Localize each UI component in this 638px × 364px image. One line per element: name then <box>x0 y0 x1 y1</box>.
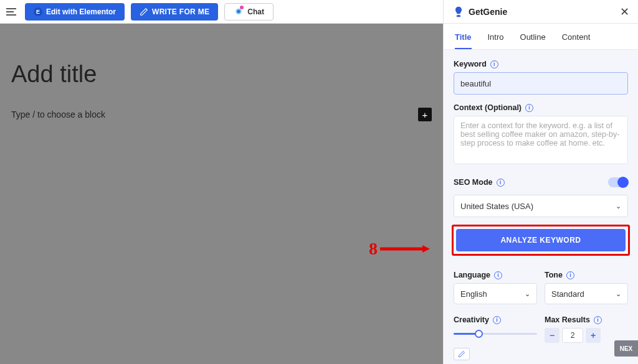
seo-mode-row: SEO Mode i <box>454 177 628 187</box>
stepper-value: 2 <box>562 328 583 343</box>
chevron-down-icon: ⌄ <box>616 202 621 210</box>
info-icon[interactable]: i <box>594 316 602 324</box>
panel-body: Keyword i Context (Optional) i SEO Mode … <box>444 50 638 364</box>
tabs: Title Intro Outline Content <box>444 24 638 50</box>
brand: GetGenie <box>452 6 507 18</box>
language-value: English <box>460 289 487 299</box>
edit-with-elementor-button[interactable]: E Edit with Elementor <box>25 3 125 21</box>
getgenie-logo-icon <box>452 6 465 18</box>
tab-title[interactable]: Title <box>455 32 472 49</box>
tab-content[interactable]: Content <box>562 32 591 49</box>
creativity-slider[interactable] <box>454 328 537 340</box>
tone-select[interactable]: Standard ⌄ <box>545 283 628 304</box>
stepper-increment[interactable]: + <box>586 328 601 343</box>
analyze-highlight: ANALYZE KEYWORD <box>452 225 630 256</box>
chat-button[interactable]: Chat <box>224 3 274 21</box>
info-icon[interactable]: i <box>494 271 502 279</box>
language-label: Language i <box>454 271 537 279</box>
info-icon[interactable]: i <box>525 104 533 112</box>
tone-value: Standard <box>551 289 584 299</box>
next-button[interactable]: NEX <box>614 340 638 357</box>
elementor-label: Edit with Elementor <box>46 7 116 16</box>
write-for-me-button[interactable]: WRITE FOR ME <box>131 3 218 21</box>
post-title-input[interactable] <box>11 61 432 88</box>
editor-area: + <box>0 24 443 364</box>
info-icon[interactable]: i <box>497 179 505 187</box>
brand-text: GetGenie <box>469 7 507 17</box>
add-block-button[interactable]: + <box>418 108 432 121</box>
info-icon[interactable]: i <box>566 271 574 279</box>
keyword-input[interactable] <box>454 72 628 95</box>
info-icon[interactable]: i <box>490 60 498 68</box>
stepper-decrement[interactable]: − <box>545 328 559 343</box>
pen-icon <box>458 350 465 358</box>
context-label: Context (Optional) i <box>454 103 628 112</box>
chevron-down-icon: ⌄ <box>525 290 530 298</box>
write-action-button[interactable] <box>454 348 470 360</box>
creativity-label: Creativity i <box>454 315 537 324</box>
info-icon[interactable]: i <box>493 316 501 324</box>
notification-dot-icon <box>240 6 244 9</box>
close-icon[interactable]: ✕ <box>620 5 629 19</box>
keyword-label: Keyword i <box>454 60 628 68</box>
elementor-icon: E <box>34 7 42 16</box>
context-input[interactable] <box>454 116 628 164</box>
tab-intro[interactable]: Intro <box>488 32 504 49</box>
block-prompt-input[interactable] <box>11 110 273 119</box>
seo-mode-toggle[interactable] <box>608 177 628 187</box>
max-results-label: Max Results i <box>545 315 628 324</box>
getgenie-panel: GetGenie ✕ Title Intro Outline Content K… <box>443 0 638 364</box>
tab-outline[interactable]: Outline <box>520 32 546 49</box>
menu-icon[interactable] <box>5 5 19 19</box>
block-row: + <box>11 108 432 121</box>
language-select[interactable]: English ⌄ <box>454 283 537 304</box>
country-value: United States (USA) <box>460 202 533 211</box>
chevron-down-icon: ⌄ <box>616 290 621 298</box>
chat-label: Chat <box>247 7 264 16</box>
svg-point-2 <box>457 15 461 17</box>
pen-icon <box>140 7 148 16</box>
panel-header: GetGenie ✕ <box>444 0 638 24</box>
analyze-keyword-button[interactable]: ANALYZE KEYWORD <box>456 229 626 251</box>
seo-mode-label: SEO Mode i <box>454 178 505 187</box>
tone-label: Tone i <box>545 271 628 279</box>
write-label: WRITE FOR ME <box>152 7 209 16</box>
country-select[interactable]: United States (USA) ⌄ <box>454 195 628 217</box>
svg-point-1 <box>237 9 240 12</box>
